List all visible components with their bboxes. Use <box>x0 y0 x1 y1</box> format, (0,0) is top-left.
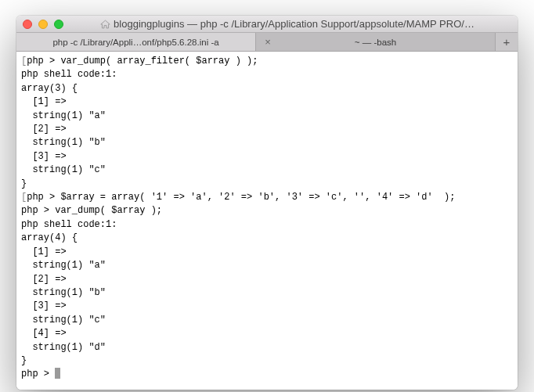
terminal-line: php shell code:1: <box>21 68 513 81</box>
terminal-line: } <box>21 178 513 191</box>
bracket-icon: [ <box>21 56 27 67</box>
window-title-text: bloggingplugins — php -c /Library/Applic… <box>114 18 474 30</box>
terminal-line: [2] => <box>21 273 513 286</box>
tab-label: ~ — -bash <box>355 38 396 47</box>
terminal-line: php > var_dump( $array ); <box>21 204 513 218</box>
terminal-line: string(1) "a" <box>21 259 513 272</box>
terminal-line: [3] => <box>21 300 513 313</box>
terminal-line: string(1) "b" <box>21 286 513 300</box>
terminal-line: [2] => <box>21 123 513 136</box>
tab-bash[interactable]: × ~ — -bash <box>256 33 496 51</box>
terminal-line: } <box>21 354 513 368</box>
home-icon <box>100 20 110 29</box>
terminal-line: array(3) { <box>21 82 513 95</box>
terminal-line: string(1) "c" <box>21 314 513 327</box>
terminal-prompt-line: php > <box>21 368 513 381</box>
terminal-content[interactable]: [php > var_dump( array_filter( $array ) … <box>16 52 518 390</box>
terminal-line: string(1) "a" <box>21 110 513 123</box>
tab-bar: × php -c /Library/Appli…onf/php5.6.28.in… <box>16 33 518 52</box>
bracket-icon: [ <box>21 192 27 203</box>
terminal-line: [php > $array = array( '1' => 'a', '2' =… <box>21 191 513 204</box>
tab-label: php -c /Library/Appli…onf/php5.6.28.ini … <box>52 38 218 47</box>
cursor-icon <box>55 368 60 379</box>
new-tab-button[interactable]: + <box>496 33 518 51</box>
terminal-line: array(4) { <box>21 232 513 245</box>
window-title: bloggingplugins — php -c /Library/Applic… <box>21 18 511 30</box>
titlebar[interactable]: bloggingplugins — php -c /Library/Applic… <box>16 16 518 33</box>
tab-close-icon[interactable]: × <box>262 36 273 48</box>
terminal-line: php shell code:1: <box>21 218 513 232</box>
terminal-line: [1] => <box>21 246 513 259</box>
terminal-line: [3] => <box>21 150 513 164</box>
terminal-line: [1] => <box>21 95 513 109</box>
tab-php[interactable]: × php -c /Library/Appli…onf/php5.6.28.in… <box>16 33 256 51</box>
terminal-line: string(1) "c" <box>21 164 513 177</box>
terminal-line: [php > var_dump( array_filter( $array ) … <box>21 55 513 68</box>
terminal-line: string(1) "b" <box>21 136 513 149</box>
terminal-window: bloggingplugins — php -c /Library/Applic… <box>16 16 518 390</box>
terminal-line: string(1) "d" <box>21 341 513 354</box>
terminal-line: [4] => <box>21 327 513 340</box>
